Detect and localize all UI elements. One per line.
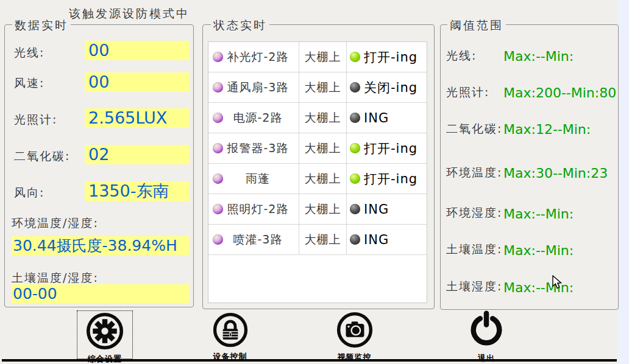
ambient-temp-threshold-value: Max:30--Min:23 [503, 166, 608, 181]
camera-icon [336, 312, 373, 350]
device-status: ING [364, 111, 389, 125]
threshold-range-title: 阈值范围 [447, 18, 506, 33]
soil-temp-humidity-value-field[interactable]: 00-00 [12, 284, 190, 303]
lux-threshold-value: Max:200--Min:80 [503, 85, 616, 100]
device-status: 打开-ing [364, 49, 418, 66]
device-name: 电源-2路 [225, 110, 283, 126]
device-icon [213, 143, 223, 153]
arm-mode-banner: 该触发源设防模式中 [69, 6, 190, 22]
device-name: 报警器-3路 [219, 141, 289, 156]
ambient-humidity-threshold-value: Max:--Min: [503, 206, 574, 222]
table-row[interactable]: 照明灯-2路 大棚上 ING [208, 194, 427, 225]
power-icon [467, 310, 506, 351]
status-led-icon [350, 143, 360, 153]
wind-direction-value-field[interactable]: 1350-东南 [85, 181, 190, 201]
device-icon [213, 234, 223, 245]
device-name: 雨蓬 [237, 171, 270, 187]
device-name: 喷灌-3路 [225, 232, 283, 248]
lux-meter-label: 光照计: [14, 112, 57, 128]
light-label: 光线: [14, 45, 44, 61]
wind-speed-label: 风速: [14, 75, 44, 91]
device-status: 关闭-ing [364, 79, 418, 96]
status-led-icon [350, 82, 360, 93]
settings-button[interactable]: 综合设置 [77, 311, 132, 359]
co2-threshold-label: 二氧化碳: [446, 121, 502, 137]
device-status: ING [364, 233, 389, 247]
status-led-icon [350, 113, 360, 123]
device-control-button[interactable]: 设备控制 [201, 312, 259, 359]
table-row[interactable]: 报警器-3路 大棚上 打开-ing [208, 133, 427, 164]
realtime-status-panel: 状态实时 补光灯-2路 大棚上 打开-ing 通风扇-3路 大棚上 关闭-ing… [202, 24, 435, 309]
device-status: 打开-ing [364, 170, 418, 187]
device-location: 大棚上 [305, 201, 341, 217]
realtime-status-title: 状态实时 [211, 18, 269, 33]
device-status: ING [364, 202, 389, 217]
device-location: 大棚上 [305, 232, 341, 248]
status-led-icon [350, 173, 360, 184]
device-location: 大棚上 [305, 80, 341, 96]
ambient-temp-threshold-label: 环境温度: [446, 165, 502, 181]
soil-humidity-threshold-label: 土壤湿度: [446, 279, 502, 295]
light-threshold-label: 光线: [446, 48, 477, 64]
video-monitor-button[interactable]: 视频监控 [325, 312, 383, 358]
desktop-edge-strip [618, 0, 629, 364]
device-name: 补光灯-2路 [219, 49, 289, 65]
device-icon [213, 52, 223, 62]
lock-icon [213, 312, 248, 349]
table-row[interactable]: 电源-2路 大棚上 ING [208, 103, 427, 133]
wind-direction-label: 风向: [14, 185, 44, 201]
lux-threshold-label: 光照计: [446, 85, 489, 100]
device-location: 大棚上 [305, 141, 341, 156]
realtime-data-panel: 数据实时 光线: 00 风速: 00 光照计: 2.565LUX 二氧化碳: 0… [4, 24, 194, 307]
ambient-temp-humidity-value-field[interactable]: 30.44摄氏度-38.94%H [12, 236, 190, 255]
device-location: 大棚上 [305, 171, 341, 187]
gear-icon [86, 312, 124, 352]
realtime-data-title: 数据实时 [12, 18, 71, 33]
device-name: 照明灯-2路 [219, 201, 289, 217]
device-icon [213, 82, 223, 93]
soil-temp-threshold-label: 土壤温度: [446, 242, 502, 257]
co2-value-field[interactable]: 02 [85, 145, 190, 164]
co2-label: 二氧化碳: [14, 149, 70, 164]
status-led-icon [350, 52, 360, 62]
exit-button-label: 退出 [478, 353, 495, 364]
lux-meter-value-field[interactable]: 2.565LUX [85, 108, 190, 128]
table-row[interactable]: 雨蓬 大棚上 打开-ing [208, 164, 427, 194]
table-row[interactable]: 喷灌-3路 大棚上 ING [208, 225, 427, 255]
ambient-humidity-threshold-label: 环境湿度: [446, 205, 502, 221]
light-threshold-value: Max:--Min: [503, 49, 574, 64]
device-icon [213, 173, 223, 184]
device-status: 打开-ing [364, 140, 418, 157]
table-row[interactable]: 通风扇-3路 大棚上 关闭-ing [208, 72, 427, 103]
ambient-temp-humidity-label: 环境温度/湿度: [12, 215, 99, 231]
soil-temp-threshold-value: Max:--Min: [503, 243, 574, 258]
wind-speed-value-field[interactable]: 00 [85, 72, 190, 92]
status-led-icon [350, 234, 360, 245]
device-location: 大棚上 [305, 49, 341, 65]
status-led-icon [350, 204, 360, 214]
device-icon [213, 113, 223, 123]
exit-button[interactable]: 退出 [458, 310, 514, 358]
device-status-table[interactable]: 补光灯-2路 大棚上 打开-ing 通风扇-3路 大棚上 关闭-ing 电源-2… [208, 41, 427, 303]
threshold-range-panel: 阈值范围 光线: Max:--Min: 光照计: Max:200--Min:80… [440, 24, 619, 310]
co2-threshold-value: Max:12--Min: [503, 122, 591, 137]
device-name: 通风扇-3路 [219, 80, 289, 96]
device-icon [213, 204, 223, 214]
device-location: 大棚上 [305, 110, 341, 126]
window-bottom-bar [2, 359, 617, 362]
light-value-field[interactable]: 00 [85, 41, 190, 60]
table-row[interactable]: 补光灯-2路 大棚上 打开-ing [208, 42, 427, 72]
mouse-cursor [552, 275, 564, 292]
